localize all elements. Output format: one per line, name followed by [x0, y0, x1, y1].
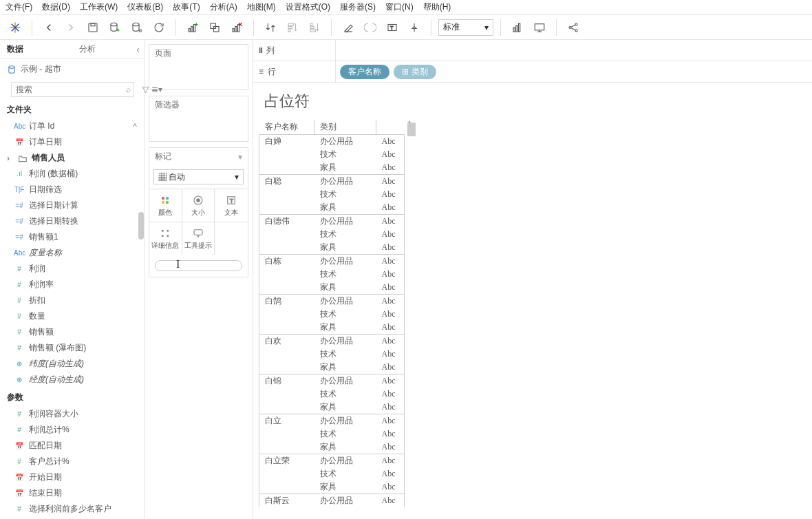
menu-worksheet[interactable]: 工作表(W)	[80, 1, 118, 13]
table-row[interactable]: 技术Abc	[259, 268, 405, 281]
forward-button[interactable]	[61, 18, 81, 37]
label-button[interactable]: T	[383, 18, 402, 37]
field-row[interactable]: #折扣	[0, 293, 144, 308]
showme-button[interactable]	[508, 18, 527, 37]
menu-analysis[interactable]: 分析(A)	[210, 1, 237, 13]
highlight-button[interactable]	[339, 18, 358, 37]
menu-server[interactable]: 服务器(S)	[340, 1, 376, 13]
field-row[interactable]: #客户总计%	[0, 454, 144, 469]
menu-story[interactable]: 故事(T)	[173, 1, 200, 13]
field-row[interactable]: #销售额 (瀑布图)	[0, 340, 144, 356]
menu-file[interactable]: 文件(F)	[6, 1, 32, 13]
new-sheet-button[interactable]	[183, 18, 202, 37]
field-row[interactable]: #利润总计%	[0, 422, 144, 438]
table-row[interactable]: 技术Abc	[259, 188, 405, 201]
menu-dashboard[interactable]: 仪表板(B)	[127, 1, 163, 13]
field-row[interactable]: 📅开始日期	[0, 469, 144, 485]
field-row[interactable]: 📅订单日期	[0, 134, 144, 150]
table-row[interactable]: 白婵办公用品Abc	[259, 135, 405, 149]
menu-format[interactable]: 设置格式(O)	[286, 1, 330, 13]
folder-sales[interactable]: › 销售人员	[0, 150, 144, 166]
view-toggle-icon[interactable]: ≣▾	[151, 85, 162, 94]
marks-color-button[interactable]: 颜色	[149, 189, 182, 222]
menu-data[interactable]: 数据(D)	[42, 1, 70, 13]
table-row[interactable]: 白欢办公用品Abc	[259, 335, 405, 348]
group-button[interactable]	[361, 18, 380, 37]
swap-button[interactable]	[261, 18, 280, 37]
save-button[interactable]	[83, 18, 103, 37]
table-row[interactable]: 白鹄办公用品Abc	[259, 295, 405, 308]
field-row[interactable]: T|F日期筛选	[0, 182, 144, 198]
table-row[interactable]: 白栋办公用品Abc	[259, 255, 405, 268]
sort-asc-button[interactable]	[283, 18, 302, 37]
marks-drop-target[interactable]: I	[155, 260, 242, 271]
table-row[interactable]: 白德伟办公用品Abc	[259, 215, 405, 229]
marks-detail-button[interactable]: 详细信息	[149, 222, 182, 255]
sort-desc-button[interactable]	[305, 18, 324, 37]
marks-type-select[interactable]: ▦ 自动▾	[153, 169, 244, 184]
header-category[interactable]: 类别	[314, 120, 376, 135]
field-row[interactable]: .ıl利润 (数据桶)	[0, 166, 144, 182]
table-row[interactable]: 白立办公用品Abc	[259, 414, 405, 428]
field-row[interactable]: 📅匹配日期	[0, 438, 144, 454]
table-row[interactable]: 白锦办公用品Abc	[259, 374, 405, 388]
table-row[interactable]: 技术Abc	[259, 427, 405, 441]
share-button[interactable]	[564, 18, 583, 37]
table-row[interactable]: 白聪办公用品Abc	[259, 175, 405, 189]
table-row[interactable]: 技术Abc	[259, 388, 405, 401]
pill-customer-name[interactable]: 客户名称	[340, 65, 389, 79]
menu-window[interactable]: 窗口(N)	[385, 1, 414, 13]
table-row[interactable]: 技术Abc	[259, 467, 405, 480]
field-row[interactable]: =#销售额1	[0, 229, 144, 245]
marks-size-button[interactable]: 大小	[182, 189, 215, 222]
field-row[interactable]: #利润率	[0, 277, 144, 293]
field-row[interactable]: #数量	[0, 308, 144, 324]
menu-help[interactable]: 帮助(H)	[423, 1, 451, 13]
field-row[interactable]: =#选择日期转换	[0, 213, 144, 229]
search-input[interactable]	[12, 85, 123, 94]
table-row[interactable]: 家具Abc	[259, 321, 405, 335]
field-row[interactable]: Abc订单 Id^	[0, 118, 144, 134]
columns-shelf[interactable]	[336, 48, 812, 52]
duplicate-button[interactable]	[205, 18, 224, 37]
pages-shelf[interactable]	[149, 62, 248, 89]
view-title[interactable]: 占位符	[253, 83, 812, 120]
table-row[interactable]: 技术Abc	[259, 348, 405, 361]
marks-tooltip-button[interactable]: 工具提示	[182, 222, 215, 255]
datasource-item[interactable]: 示例 - 超市	[0, 59, 144, 79]
table-row[interactable]: 白立荣办公用品Abc	[259, 454, 405, 468]
sidebar-scrollbar[interactable]	[138, 212, 144, 240]
fit-select[interactable]: 标准▾	[438, 19, 493, 36]
field-row[interactable]: Abc度量名称	[0, 245, 144, 261]
menu-map[interactable]: 地图(M)	[247, 1, 276, 13]
marks-text-button[interactable]: T文本	[215, 189, 248, 222]
table-row[interactable]: 家具Abc	[259, 161, 405, 175]
field-row[interactable]: =#选择日期计算	[0, 198, 144, 213]
refresh-button[interactable]	[149, 18, 169, 37]
clear-button[interactable]	[227, 18, 246, 37]
filters-shelf[interactable]	[149, 114, 248, 141]
field-row[interactable]: #选择利润前多少名客户	[0, 501, 144, 517]
table-row[interactable]: 家具Abc	[259, 361, 405, 374]
rows-shelf[interactable]: 客户名称 ⊞类别	[336, 63, 812, 81]
table-row[interactable]: 家具Abc	[259, 480, 405, 494]
table-row[interactable]: 家具Abc	[259, 201, 405, 215]
table-row[interactable]: 技术Abc	[259, 228, 405, 241]
new-datasource-button[interactable]	[105, 18, 125, 37]
field-row[interactable]: 📅结束日期	[0, 485, 144, 501]
table-row[interactable]: 白斯云办公用品Abc	[259, 494, 405, 508]
field-row[interactable]: #利润	[0, 261, 144, 277]
table-row[interactable]: 家具Abc	[259, 281, 405, 295]
field-row[interactable]: #销售额	[0, 324, 144, 340]
present-button[interactable]	[530, 18, 549, 37]
field-row[interactable]: ⊕纬度(自动生成)	[0, 356, 144, 372]
pill-category[interactable]: ⊞类别	[394, 65, 436, 79]
table-row[interactable]: 家具Abc	[259, 441, 405, 454]
pause-button[interactable]	[127, 18, 147, 37]
pin-button[interactable]	[405, 18, 424, 37]
field-row[interactable]: #利润容器大小	[0, 406, 144, 422]
search-icon[interactable]: ⌕	[123, 85, 133, 94]
tab-data[interactable]: 数据	[0, 40, 72, 59]
table-row[interactable]: 家具Abc	[259, 401, 405, 414]
back-button[interactable]	[39, 18, 58, 37]
